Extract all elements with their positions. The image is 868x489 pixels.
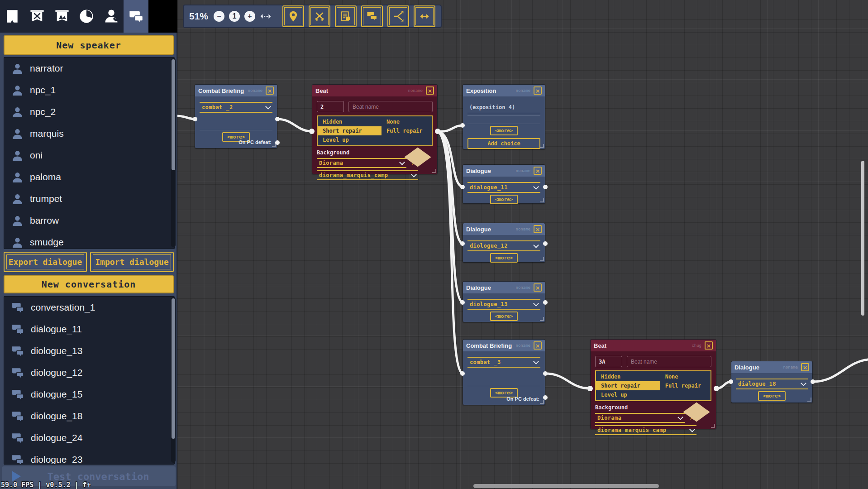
- close-icon[interactable]: ×: [534, 86, 542, 95]
- conversation-list-item[interactable]: diologue_12: [4, 362, 174, 384]
- import-dialogue-button[interactable]: Import dialogue: [90, 252, 174, 272]
- node-dialogue-13[interactable]: Dialogue noname × diologue_13 <more>: [463, 281, 545, 322]
- background-detail-select[interactable]: diorama_marquis_camp: [595, 425, 696, 435]
- conversation-list-scrollbar[interactable]: [171, 297, 176, 463]
- conversation-list-item[interactable]: dialogue_11: [4, 318, 174, 340]
- beat-name-input[interactable]: Beat name: [348, 101, 433, 112]
- banner-trees-icon[interactable]: [49, 0, 74, 33]
- background-select[interactable]: Diorama: [317, 158, 406, 168]
- background-detail-select[interactable]: diorama_marquis_camp: [317, 170, 418, 180]
- node-header[interactable]: Exposition noname ×: [463, 85, 545, 96]
- node-header[interactable]: Combat Briefing noname ×: [195, 85, 277, 96]
- resize-handle[interactable]: [540, 198, 544, 202]
- resize-handle[interactable]: [540, 400, 544, 404]
- background-select[interactable]: Diorama: [595, 413, 685, 423]
- dialogue-select[interactable]: diologue_12: [467, 240, 540, 251]
- option-none[interactable]: None: [660, 372, 711, 381]
- more-button[interactable]: <more>: [490, 312, 518, 321]
- conversation-list-item[interactable]: conversation_1: [4, 297, 174, 318]
- option-hidden[interactable]: Hidden: [596, 372, 660, 381]
- export-dialogue-button[interactable]: Export dialogue: [4, 252, 87, 272]
- resize-handle[interactable]: [711, 424, 715, 428]
- speaker-list-item[interactable]: marquis: [4, 123, 174, 144]
- new-conversation-button[interactable]: New conversation: [4, 275, 174, 293]
- more-button[interactable]: <more>: [758, 391, 786, 401]
- branch-node-button[interactable]: [387, 5, 409, 27]
- speaker-list-item[interactable]: npc_1: [4, 79, 174, 101]
- speaker-list-item[interactable]: oni: [4, 144, 174, 166]
- resize-handle[interactable]: [432, 169, 436, 173]
- option-full-repair[interactable]: Full repair: [382, 126, 432, 135]
- option-none[interactable]: None: [382, 117, 432, 126]
- resize-handle[interactable]: [807, 398, 811, 402]
- close-icon[interactable]: ×: [534, 225, 542, 233]
- fit-view-icon[interactable]: [260, 10, 272, 22]
- node-header[interactable]: Dialogue noname ×: [731, 361, 812, 373]
- option-short-repair[interactable]: Short repair: [318, 126, 382, 135]
- node-header[interactable]: Dialogue noname ×: [463, 165, 545, 177]
- close-icon[interactable]: ×: [705, 341, 713, 350]
- resize-handle[interactable]: [540, 317, 544, 321]
- conversation-list-item[interactable]: diologue_18: [4, 405, 174, 427]
- beat-number-input[interactable]: 2: [317, 101, 344, 112]
- more-button[interactable]: <more>: [490, 126, 518, 135]
- close-icon[interactable]: ×: [266, 86, 274, 95]
- node-combat-briefing-1[interactable]: Combat Briefing noname × combat _2 <more…: [195, 84, 277, 149]
- new-speaker-button[interactable]: New speaker: [4, 35, 174, 55]
- node-exposition[interactable]: Exposition noname × (exposition 4) <more…: [463, 84, 545, 149]
- dialogue-select[interactable]: dialogue_11: [467, 182, 540, 193]
- node-beat-1[interactable]: Beat noname × 2 Beat name Hidden None Sh…: [312, 84, 438, 174]
- combat-select[interactable]: combat _3: [467, 357, 540, 368]
- conversation-list-item[interactable]: diologue_23: [4, 449, 174, 465]
- exposition-text-input[interactable]: (exposition 4): [467, 102, 540, 113]
- close-icon[interactable]: ×: [534, 283, 542, 292]
- speaker-list-item[interactable]: narrator: [4, 58, 174, 79]
- option-hidden[interactable]: Hidden: [318, 117, 382, 126]
- conversation-list-item[interactable]: diologue_24: [4, 427, 174, 449]
- exit-node-button[interactable]: [414, 5, 435, 27]
- speaker-list-item[interactable]: paloma: [4, 166, 174, 188]
- option-short-repair[interactable]: Short repair: [596, 381, 660, 390]
- canvas-vertical-scrollbar[interactable]: [861, 161, 864, 316]
- book-icon[interactable]: [0, 0, 25, 33]
- add-combat-node-button[interactable]: [309, 5, 330, 27]
- chat-bubbles-icon[interactable]: [124, 0, 148, 33]
- zoom-out-button[interactable]: −: [214, 11, 224, 22]
- conversation-list-item[interactable]: diologue_15: [4, 384, 174, 405]
- node-header[interactable]: Combat Briefing noname ×: [463, 340, 545, 351]
- option-level-up[interactable]: Level up: [596, 390, 660, 399]
- dialogue-select[interactable]: dialogue_18: [736, 379, 808, 389]
- node-dialogue-11[interactable]: Dialogue noname × dialogue_11 <more>: [463, 164, 545, 204]
- add-script-node-button[interactable]: [335, 5, 357, 27]
- speaker-list-item[interactable]: npc_2: [4, 101, 174, 123]
- add-dialogue-node-button[interactable]: [361, 5, 383, 27]
- node-dialogue-12[interactable]: Dialogue noname × diologue_12 <more>: [463, 223, 545, 263]
- speaker-list-item[interactable]: smudge: [4, 231, 174, 249]
- more-button[interactable]: <more>: [490, 253, 518, 263]
- node-header[interactable]: Dialogue noname ×: [463, 282, 545, 293]
- banner-swords-icon[interactable]: [25, 0, 50, 33]
- resize-handle[interactable]: [272, 143, 276, 147]
- close-icon[interactable]: ×: [534, 167, 542, 175]
- add-choice-button[interactable]: Add choice: [467, 138, 540, 149]
- clock-icon[interactable]: [74, 0, 99, 33]
- dialogue-select[interactable]: diologue_13: [467, 299, 540, 310]
- node-header[interactable]: Beat chug ×: [591, 340, 716, 351]
- more-button[interactable]: <more>: [490, 195, 518, 204]
- option-full-repair[interactable]: Full repair: [660, 381, 711, 390]
- beat-number-input[interactable]: 3A: [595, 356, 622, 367]
- zoom-in-button[interactable]: +: [244, 11, 255, 22]
- close-icon[interactable]: ×: [801, 363, 809, 371]
- node-dialogue-18[interactable]: Dialogue noname × dialogue_18 <more>: [731, 361, 813, 403]
- speaker-list-item[interactable]: barrow: [4, 210, 174, 231]
- canvas-horizontal-scrollbar[interactable]: [473, 484, 659, 488]
- speaker-list-item[interactable]: trumpet: [4, 188, 174, 210]
- node-header[interactable]: Dialogue noname ×: [463, 223, 545, 235]
- node-header[interactable]: Beat noname ×: [312, 85, 437, 96]
- node-beat-2[interactable]: Beat chug × 3A Beat name Hidden None Sho…: [590, 339, 716, 429]
- option-level-up[interactable]: Level up: [318, 135, 382, 144]
- beat-name-input[interactable]: Beat name: [627, 356, 711, 367]
- person-heart-icon[interactable]: [99, 0, 124, 33]
- close-icon[interactable]: ×: [426, 86, 434, 95]
- node-combat-briefing-2[interactable]: Combat Briefing noname × combat _3 <more…: [463, 339, 545, 405]
